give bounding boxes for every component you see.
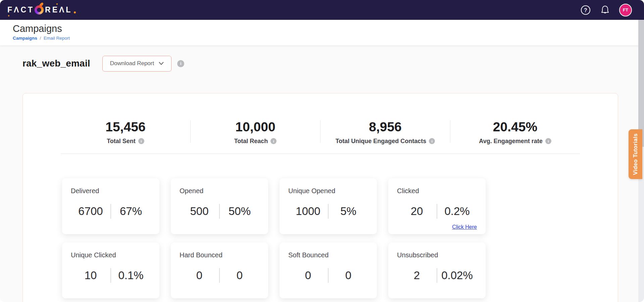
info-icon[interactable]: i: [138, 138, 144, 144]
card-label: Hard Bounced: [180, 251, 259, 259]
card-hard-bounced: Hard Bounced 0 0: [171, 243, 268, 298]
stat-total-reach: 10,000 Total Reach i: [191, 120, 320, 145]
campaign-name: rak_web_email: [22, 58, 90, 69]
user-avatar[interactable]: FT: [619, 4, 632, 16]
info-icon[interactable]: i: [545, 138, 551, 144]
breadcrumb-email-report[interactable]: Email Report: [44, 36, 70, 41]
card-rate: 50%: [220, 205, 259, 218]
stat-label: Total Reach: [234, 138, 268, 145]
stat-total-sent: 15,456 Total Sent i: [61, 120, 190, 145]
info-icon[interactable]: i: [429, 138, 435, 144]
logo-text-right: REΛL: [45, 6, 72, 14]
card-rate: 0: [220, 269, 259, 282]
logo-text-left: FΛCT: [7, 6, 34, 14]
app-window: FΛCT REΛL ? FT Campaig: [0, 0, 644, 302]
stats-separator: [61, 154, 580, 154]
card-delivered: Delivered 6700 67%: [62, 178, 159, 234]
video-tutorials-tab[interactable]: Video Tutorials: [629, 129, 642, 179]
logo-flame-icon: [39, 2, 44, 7]
card-unique-opened: Unique Opened 1000 5%: [280, 178, 377, 234]
topbar-actions: ? FT: [580, 4, 632, 16]
card-label: Soft Bounced: [288, 251, 368, 259]
download-report-button[interactable]: Download Report: [102, 56, 171, 72]
card-rate: 0.1%: [111, 269, 151, 282]
card-label: Unsubscribed: [397, 251, 477, 259]
notifications-button[interactable]: [600, 5, 610, 15]
card-count: 20: [397, 205, 437, 218]
report-info-icon[interactable]: i: [177, 60, 184, 67]
card-count: 1000: [288, 205, 328, 218]
top-navbar: FΛCT REΛL ? FT: [0, 0, 644, 20]
stat-value: 10,000: [191, 120, 320, 135]
stat-avg-engagement: 20.45% Avg. Engagement rate i: [450, 120, 580, 145]
card-opened: Opened 500 50%: [171, 178, 268, 234]
breadcrumb-campaigns[interactable]: Campaigns: [13, 36, 37, 41]
report-panel: 15,456 Total Sent i 10,000 Total Reach i: [22, 93, 618, 302]
summary-stats-row: 15,456 Total Sent i 10,000 Total Reach i: [23, 120, 618, 145]
card-rate: 0: [329, 269, 368, 282]
breadcrumb: Campaigns / Email Report: [13, 36, 644, 41]
chevron-down-icon: [159, 62, 164, 65]
card-rate: 5%: [329, 205, 368, 218]
info-icon[interactable]: i: [270, 138, 277, 144]
stat-label: Total Unique Engaged Contacts: [336, 138, 427, 145]
card-rate: 0.2%: [437, 205, 477, 218]
logo-o-icon: [35, 5, 44, 14]
breadcrumb-separator: /: [39, 36, 43, 41]
card-count: 500: [180, 205, 219, 218]
card-unsubscribed: Unsubscribed 2 0.02%: [388, 243, 486, 298]
metric-cards-grid: Delivered 6700 67% Opened 500 50%: [62, 178, 618, 298]
card-count: 10: [71, 269, 110, 282]
stat-value: 20.45%: [450, 120, 580, 135]
page-title: Campaigns: [13, 23, 644, 34]
card-label: Opened: [180, 187, 259, 195]
svg-text:?: ?: [584, 7, 587, 13]
main-content: rak_web_email Download Report i 15,456 T…: [0, 55, 644, 302]
card-label: Unique Clicked: [71, 251, 151, 259]
stat-label: Total Sent: [107, 138, 136, 145]
stat-value: 8,956: [320, 120, 450, 135]
logo-accent-dot: [8, 15, 9, 16]
download-report-label: Download Report: [110, 60, 154, 67]
card-unique-clicked: Unique Clicked 10 0.1%: [62, 243, 159, 298]
card-clicked: Clicked 20 0.2% Click Here: [388, 178, 486, 234]
card-label: Delivered: [71, 187, 151, 195]
card-soft-bounced: Soft Bounced 0 0: [280, 243, 377, 298]
page-title-bar: Campaigns Campaigns / Email Report: [0, 20, 644, 45]
stat-value: 15,456: [61, 120, 190, 135]
card-count: 0: [288, 269, 328, 282]
report-header-row: rak_web_email Download Report i: [22, 55, 644, 72]
card-count: 2: [397, 269, 437, 282]
logo-accent-dot: [56, 3, 58, 5]
card-rate: 67%: [111, 205, 151, 218]
scrollbar-thumb[interactable]: [638, 20, 644, 147]
card-count: 0: [180, 269, 219, 282]
card-count: 6700: [71, 205, 110, 218]
bell-icon: [600, 5, 610, 15]
card-rate: 0.02%: [437, 269, 477, 282]
stat-unique-engaged: 8,956 Total Unique Engaged Contacts i: [320, 120, 450, 145]
card-label: Clicked: [397, 187, 477, 195]
logo-period-dot: [74, 11, 76, 13]
help-button[interactable]: ?: [580, 5, 591, 15]
video-tutorials-label: Video Tutorials: [632, 133, 639, 175]
question-circle-icon: ?: [581, 5, 591, 15]
card-label: Unique Opened: [288, 187, 368, 195]
click-here-link[interactable]: Click Here: [452, 224, 477, 230]
stat-label: Avg. Engagement rate: [479, 138, 542, 145]
factoreal-logo[interactable]: FΛCT REΛL: [7, 5, 76, 14]
